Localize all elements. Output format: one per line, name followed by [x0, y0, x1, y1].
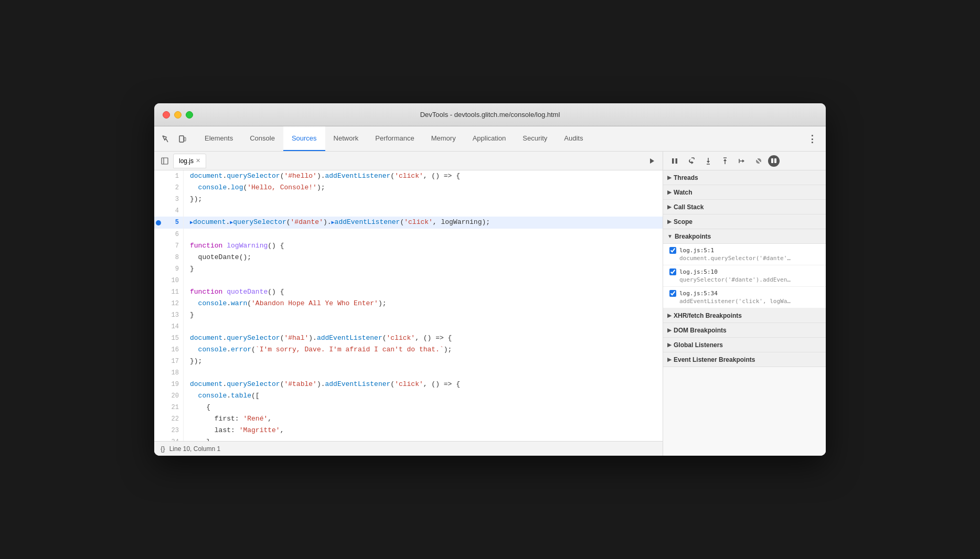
- section-dom-breakpoints[interactable]: DOM Breakpoints: [663, 323, 826, 338]
- bp-indicator: [154, 390, 163, 402]
- bp-indicator: [154, 436, 163, 441]
- bp-indicator: [154, 194, 163, 205]
- tabs-list: Elements Console Sources Network Perform…: [196, 126, 591, 151]
- section-breakpoints[interactable]: Breakpoints: [663, 229, 826, 244]
- show-sidebar-icon[interactable]: [158, 155, 171, 167]
- bp-code: querySelector('#dante').addEven…: [679, 276, 819, 283]
- breakpoint-item: log.js:5:10 querySelector('#dante').addE…: [663, 265, 826, 287]
- inspect-icon-button[interactable]: [158, 132, 173, 146]
- bp-checkbox[interactable]: [669, 247, 676, 254]
- close-file-tab[interactable]: ✕: [196, 157, 200, 164]
- debugger-toolbar: [663, 152, 826, 170]
- section-xhr-breakpoints[interactable]: XHR/fetch Breakpoints: [663, 308, 826, 323]
- right-panel: Threads Watch Call Stack S: [663, 152, 826, 456]
- svg-rect-0: [179, 136, 184, 142]
- code-line: 12 console.warn('Abandon Hope All Ye Who…: [154, 298, 663, 309]
- tab-security[interactable]: Security: [514, 126, 556, 151]
- code-line: 8 quoteDante();: [154, 252, 663, 263]
- bp-checkbox[interactable]: [669, 268, 676, 275]
- code-line: 21 {: [154, 402, 663, 413]
- step-out-button[interactable]: [718, 154, 732, 168]
- tab-network[interactable]: Network: [325, 126, 367, 151]
- content-area: log.js ✕: [154, 152, 826, 456]
- tab-application[interactable]: Application: [464, 126, 515, 151]
- tab-sources[interactable]: Sources: [283, 126, 325, 151]
- bp-indicator: [154, 275, 163, 286]
- call-stack-label: Call Stack: [674, 203, 704, 211]
- bp-location: log.js:5:10: [679, 268, 718, 275]
- bp-header: log.js:5:1: [669, 247, 819, 254]
- tab-performance[interactable]: Performance: [367, 126, 422, 151]
- maximize-button[interactable]: [186, 111, 193, 119]
- code-line: 17 });: [154, 356, 663, 367]
- call-stack-arrow: [667, 204, 672, 210]
- file-tab-logjs[interactable]: log.js ✕: [173, 154, 206, 168]
- tab-memory[interactable]: Memory: [423, 126, 464, 151]
- svg-marker-4: [650, 158, 654, 164]
- close-button[interactable]: [163, 111, 170, 119]
- bp-indicator: [154, 298, 163, 309]
- window-title: DevTools - devtools.glitch.me/console/lo…: [420, 111, 560, 119]
- pretty-print-icon[interactable]: {}: [161, 445, 165, 453]
- code-line: 14: [154, 321, 663, 332]
- pause-button[interactable]: [667, 154, 682, 168]
- code-line: 15 document.querySelector('#hal').addEve…: [154, 332, 663, 344]
- code-line: 6: [154, 229, 663, 240]
- bp-indicator: [154, 356, 163, 367]
- svg-marker-10: [707, 161, 710, 163]
- cursor-position: Line 10, Column 1: [169, 445, 220, 453]
- code-line: 4: [154, 205, 663, 217]
- tab-elements[interactable]: Elements: [196, 126, 241, 151]
- section-call-stack[interactable]: Call Stack: [663, 200, 826, 214]
- tab-audits[interactable]: Audits: [556, 126, 591, 151]
- section-threads[interactable]: Threads: [663, 170, 826, 185]
- watch-label: Watch: [674, 189, 693, 196]
- devtools-window: DevTools - devtools.glitch.me/console/lo…: [154, 103, 826, 456]
- code-line: 9 }: [154, 263, 663, 275]
- bp-location: log.js:5:1: [679, 247, 714, 254]
- bp-indicator: [154, 263, 163, 275]
- bp-indicator: [154, 367, 163, 379]
- bp-indicator: [154, 309, 163, 321]
- bp-indicator: [154, 425, 163, 436]
- watch-arrow: [667, 189, 672, 195]
- minimize-button[interactable]: [174, 111, 182, 119]
- code-line: 11 function quoteDante() {: [154, 286, 663, 298]
- pause-exceptions-button[interactable]: [768, 155, 780, 167]
- svg-rect-6: [676, 158, 678, 164]
- tab-console[interactable]: Console: [241, 126, 283, 151]
- svg-rect-2: [162, 158, 168, 164]
- xhr-arrow: [667, 313, 672, 318]
- run-snippet-icon[interactable]: [646, 155, 658, 167]
- section-watch[interactable]: Watch: [663, 185, 826, 200]
- debugger-sections: Threads Watch Call Stack S: [663, 170, 826, 456]
- code-editor[interactable]: 1 document.querySelector('#hello').addEv…: [154, 170, 663, 441]
- left-panel: log.js ✕: [154, 152, 663, 456]
- more-tabs-button[interactable]: ⋮: [805, 132, 819, 146]
- deactivate-breakpoints-button[interactable]: [751, 154, 766, 168]
- step-into-button[interactable]: [701, 154, 716, 168]
- breakpoints-arrow: [667, 233, 673, 239]
- scope-arrow: [667, 219, 672, 224]
- tabs-end: ⋮: [805, 126, 826, 151]
- bp-indicator: [154, 170, 163, 182]
- code-line: 19 document.querySelector('#table').addE…: [154, 379, 663, 390]
- file-tabs-bar: log.js ✕: [154, 152, 663, 170]
- device-icon-button[interactable]: [175, 132, 190, 146]
- bp-checkbox[interactable]: [669, 290, 676, 297]
- section-event-breakpoints[interactable]: Event Listener Breakpoints: [663, 352, 826, 367]
- step-button[interactable]: [734, 154, 749, 168]
- bp-indicator: [154, 240, 163, 252]
- code-line: 1 document.querySelector('#hello').addEv…: [154, 170, 663, 182]
- breakpoints-label: Breakpoints: [675, 233, 711, 240]
- svg-marker-16: [742, 159, 744, 163]
- bp-indicator: [154, 321, 163, 332]
- bp-location: log.js:5:34: [679, 290, 718, 297]
- svg-rect-20: [771, 158, 773, 163]
- section-global-listeners[interactable]: Global Listeners: [663, 338, 826, 352]
- section-scope[interactable]: Scope: [663, 214, 826, 229]
- code-line: 10: [154, 275, 663, 286]
- bp-indicator: [154, 252, 163, 263]
- step-over-button[interactable]: [684, 154, 699, 168]
- global-arrow: [667, 342, 672, 348]
